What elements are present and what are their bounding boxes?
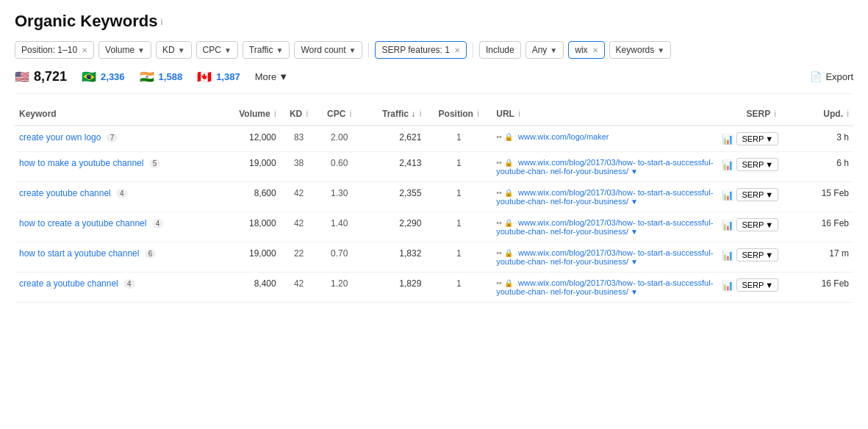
cpc-cell: 1.30 (318, 182, 362, 212)
url-dropdown-icon[interactable]: ▼ (631, 258, 638, 266)
traffic-filter[interactable]: Traffic ▼ (243, 41, 290, 59)
url-dropdown-icon[interactable]: ▼ (631, 167, 638, 176)
keyword-cell[interactable]: create your own logo 7 (15, 126, 219, 152)
url-link[interactable]: www.wix.com/blog/2017/03/how- to-start-a… (496, 248, 713, 266)
stat-br[interactable]: 🇧🇷 2,336 (82, 70, 125, 84)
more-arrow-icon: ▼ (279, 71, 288, 82)
export-button[interactable]: 📄 Export (810, 71, 853, 82)
url-dropdown-icon[interactable]: ▼ (631, 288, 638, 296)
volume-filter-arrow: ▼ (137, 46, 145, 54)
br-flag: 🇧🇷 (82, 70, 96, 84)
stat-in[interactable]: 🇮🇳 1,588 (140, 70, 183, 84)
lock-icon: 🔒 (504, 159, 513, 167)
kd-filter[interactable]: KD ▼ (156, 41, 192, 59)
serp-filter-close[interactable]: ✕ (454, 46, 460, 54)
serp-button[interactable]: SERP ▼ (736, 248, 778, 262)
volume-filter[interactable]: Volume ▼ (98, 41, 151, 59)
url-dots-icon: •• (496, 158, 502, 167)
col-kd[interactable]: KD i (281, 103, 318, 126)
position-filter-label: Position: 1–10 (21, 45, 77, 55)
keyword-link[interactable]: create your own logo (19, 132, 101, 143)
keyword-cell[interactable]: how to start a youtube channel 6 (15, 242, 219, 273)
serp-button[interactable]: SERP ▼ (736, 218, 778, 231)
any-filter[interactable]: Any ▼ (526, 41, 564, 59)
serp-button[interactable]: SERP ▼ (736, 188, 778, 201)
col-url: URL i (492, 103, 717, 126)
cpc-cell: 0.70 (318, 242, 362, 273)
cpc-cell: 0.60 (318, 152, 362, 182)
keyword-link[interactable]: how to create a youtube channel (19, 218, 146, 228)
volume-cell: 8,400 (219, 273, 280, 303)
wix-filter-close[interactable]: ✕ (592, 46, 598, 54)
serp-button[interactable]: SERP ▼ (736, 158, 778, 171)
url-cell: •• 🔒 www.wix.com/blog/2017/03/how- to-st… (492, 212, 717, 242)
keyword-cell[interactable]: how to create a youtube channel 4 (15, 212, 219, 242)
kd-cell: 83 (281, 126, 318, 152)
include-label: Include (479, 41, 521, 59)
url-link[interactable]: www.wix.com/blog/2017/03/how- to-start-a… (496, 188, 713, 206)
wix-filter[interactable]: wix ✕ (568, 41, 604, 59)
keywords-filter-arrow: ▼ (657, 46, 664, 54)
upd-cell: 16 Feb (805, 273, 853, 303)
url-link[interactable]: www.wix.com/blog/2017/03/how- to-start-a… (496, 278, 713, 296)
keyword-cell[interactable]: how to make a youtube channel 5 (15, 152, 219, 182)
volume-cell: 12,000 (219, 126, 280, 152)
kd-filter-label: KD (162, 45, 175, 55)
cpc-filter[interactable]: CPC ▼ (196, 41, 238, 59)
kd-cell: 42 (281, 273, 318, 303)
position-cell: 1 (426, 242, 492, 273)
title-info-icon[interactable]: i (160, 16, 162, 27)
in-count: 1,588 (159, 71, 183, 82)
bar-chart-icon[interactable]: 📊 (722, 134, 734, 145)
bar-chart-icon[interactable]: 📊 (722, 220, 734, 231)
in-flag: 🇮🇳 (140, 70, 154, 84)
lock-icon: 🔒 (504, 133, 513, 141)
any-filter-arrow: ▼ (550, 46, 557, 54)
keyword-link[interactable]: how to make a youtube channel (19, 158, 143, 168)
cpc-cell: 1.20 (318, 273, 362, 303)
col-position[interactable]: Position i (426, 103, 492, 126)
url-dropdown-icon[interactable]: ▼ (631, 228, 638, 236)
keyword-cell[interactable]: create a youtube channel 4 (15, 273, 219, 303)
keywords-filter[interactable]: Keywords ▼ (609, 41, 672, 59)
upd-cell: 17 m (805, 242, 853, 273)
bar-chart-icon[interactable]: 📊 (722, 159, 734, 170)
url-dots-icon: •• (496, 218, 502, 227)
serp-dropdown-icon: ▼ (765, 281, 773, 289)
url-dropdown-icon[interactable]: ▼ (631, 198, 638, 206)
position-filter-close[interactable]: ✕ (82, 46, 87, 54)
serp-button[interactable]: SERP ▼ (736, 132, 778, 145)
ca-count: 1,387 (216, 71, 240, 82)
serp-button[interactable]: SERP ▼ (736, 278, 778, 292)
stat-ca[interactable]: 🇨🇦 1,387 (197, 70, 240, 84)
upd-cell: 16 Feb (805, 212, 853, 242)
upd-cell: 6 h (805, 152, 853, 182)
url-dots-icon: •• (496, 188, 502, 197)
wordcount-filter[interactable]: Word count ▼ (294, 41, 362, 59)
serp-dropdown-icon: ▼ (765, 250, 773, 259)
more-button[interactable]: More ▼ (255, 71, 289, 82)
url-link[interactable]: www.wix.com/blog/2017/03/how- to-start-a… (496, 158, 713, 176)
export-icon: 📄 (810, 71, 822, 82)
bar-chart-icon[interactable]: 📊 (722, 280, 734, 291)
url-link[interactable]: www.wix.com/logo/maker (518, 132, 609, 141)
bar-chart-icon[interactable]: 📊 (722, 190, 734, 201)
serp-cell: 📊 SERP ▼ (717, 152, 805, 182)
url-link[interactable]: www.wix.com/blog/2017/03/how- to-start-a… (496, 218, 713, 236)
position-filter[interactable]: Position: 1–10 ✕ (15, 41, 94, 59)
stat-us[interactable]: 🇺🇸 8,721 (15, 69, 67, 84)
keyword-link[interactable]: create youtube channel (19, 188, 111, 198)
traffic-filter-label: Traffic (249, 45, 273, 55)
col-cpc[interactable]: CPC i (318, 103, 362, 126)
keyword-link[interactable]: create a youtube channel (19, 278, 118, 289)
keyword-cell[interactable]: create youtube channel 4 (15, 182, 219, 212)
bar-chart-icon[interactable]: 📊 (722, 250, 734, 261)
col-volume[interactable]: Volume i (219, 103, 280, 126)
serp-filter[interactable]: SERP features: 1 ✕ (375, 41, 467, 59)
keyword-link[interactable]: how to start a youtube channel (19, 248, 139, 259)
col-traffic[interactable]: Traffic ↓ i (362, 103, 426, 126)
include-label-text: Include (486, 45, 514, 55)
kd-cell: 42 (281, 182, 318, 212)
serp-cell: 📊 SERP ▼ (717, 242, 805, 273)
col-upd: Upd. i (805, 103, 853, 126)
